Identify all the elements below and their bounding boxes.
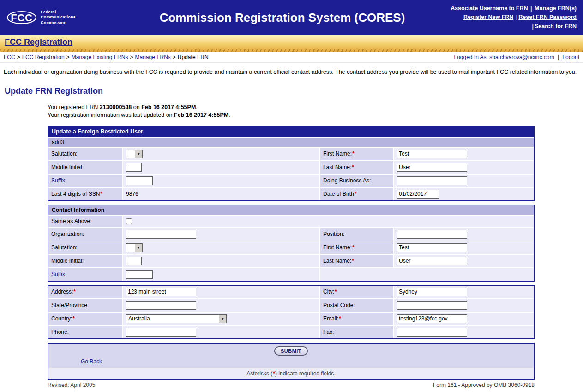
register-new-frn-link[interactable]: Register New FRN — [463, 14, 513, 20]
fcc-registration-link[interactable]: FCC Registration — [5, 37, 72, 47]
doing-business-as-input[interactable] — [397, 176, 467, 185]
country-select-value: Australia — [126, 315, 219, 323]
page-title: Update FRN Registration — [5, 86, 579, 96]
breadcrumb-manage-frns[interactable]: Manage FRNs — [135, 54, 170, 60]
phone-input[interactable] — [126, 328, 196, 337]
fax-input[interactable] — [397, 328, 467, 337]
organization-input[interactable] — [126, 230, 196, 239]
suffix-link[interactable]: Suffix: — [51, 271, 66, 277]
first-name-input[interactable] — [397, 150, 467, 158]
breadcrumb: FCC>FCC Registration>Manage Existing FRN… — [4, 54, 209, 60]
address-input[interactable] — [126, 288, 196, 296]
form-row-phone-fax: Phone: Fax: — [48, 326, 534, 338]
required-asterisk: * — [352, 258, 354, 264]
last-name-label: Last Name:* — [320, 161, 393, 174]
breadcrumb-manage-existing-frns[interactable]: Manage Existing FRNs — [72, 54, 128, 60]
section-title: Update a Foreign Restricted User — [48, 127, 534, 137]
login-divider: | — [558, 54, 559, 60]
date-of-birth-label: Date of Birth* — [320, 188, 393, 200]
required-asterisk: * — [73, 289, 76, 295]
salutation-select-value — [126, 150, 135, 158]
banner-stripe-decoration — [0, 49, 583, 52]
salutation-select[interactable]: ▼ — [126, 150, 143, 158]
registered-prefix: You registered FRN — [48, 104, 100, 110]
required-asterisk: * — [352, 164, 354, 170]
required-asterisk: * — [339, 315, 341, 322]
header-nav-line3: |Search for FRN — [431, 22, 577, 31]
header-nav: Associate Username to FRN | Manage FRN(s… — [431, 4, 577, 31]
submit-button[interactable]: SUBMIT — [274, 346, 308, 356]
last-name-label: Last Name:* — [320, 255, 393, 267]
contact-first-name-input[interactable] — [397, 243, 467, 252]
reset-frn-password-link[interactable]: Reset FRN Password — [518, 14, 577, 20]
contact-salutation-select[interactable]: ▼ — [126, 243, 143, 252]
section-gap — [48, 339, 535, 343]
chevron-down-icon: ▼ — [219, 315, 226, 323]
suffix-link[interactable]: Suffix: — [51, 177, 66, 184]
period: . — [228, 112, 230, 118]
position-input[interactable] — [397, 230, 467, 239]
go-back-link[interactable]: Go Back — [81, 358, 102, 365]
required-asterisk: * — [335, 289, 337, 295]
section-subtitle: add3 — [48, 138, 534, 147]
chevron-down-icon: ▼ — [135, 244, 142, 252]
update-frn-form: Update a Foreign Restricted User add3 Sa… — [48, 126, 535, 380]
chevron-down-icon: ▼ — [135, 150, 142, 158]
breadcrumb-fcc-registration[interactable]: FCC Registration — [22, 54, 65, 60]
middle-initial-input[interactable] — [126, 163, 142, 172]
logout-link[interactable]: Logout — [562, 54, 579, 60]
required-fields-note: Asterisks (*) indicate required fields. — [48, 368, 534, 379]
salutation-label: Salutation: — [48, 241, 122, 254]
form-row-suffix2: Suffix: — [48, 268, 534, 281]
required-asterisk: * — [355, 191, 357, 197]
city-label: City:* — [320, 286, 393, 298]
email-label: Email:* — [320, 313, 393, 325]
frn-number: 2130000538 — [100, 104, 132, 110]
last-name-input[interactable] — [397, 163, 467, 172]
intro-text: Each individual or organization doing bu… — [4, 68, 579, 76]
foreign-restricted-user-section: Update a Foreign Restricted User add3 Sa… — [48, 126, 535, 201]
contact-last-name-input[interactable] — [397, 257, 467, 265]
page-footer: Revised: April 2005 Form 161 - Approved … — [48, 382, 535, 388]
registration-line2: Your registration information was last u… — [48, 111, 583, 119]
updated-date: Feb 16 2017 4:55PM — [174, 112, 228, 118]
form-row-middle-initial1: Middle Initial: Last Name:* — [48, 161, 534, 174]
contact-suffix-input[interactable] — [126, 270, 153, 279]
manage-frns-link[interactable]: Manage FRN(s) — [535, 5, 577, 12]
suffix-label: Suffix: — [48, 175, 122, 187]
email-input[interactable] — [397, 314, 467, 323]
postal-code-input[interactable] — [397, 301, 467, 310]
same-as-above-checkbox[interactable] — [126, 218, 132, 224]
date-of-birth-input[interactable] — [397, 190, 439, 199]
city-input[interactable] — [397, 288, 467, 296]
required-asterisk: * — [72, 315, 75, 322]
app-header: FCC Federal Communications Commission Co… — [0, 0, 583, 35]
breadcrumb-separator: > — [66, 54, 70, 60]
app-title: Commission Registration System (CORES) — [133, 11, 431, 25]
logged-in-user-email: sbatchvarova@nciinc.com — [489, 54, 554, 60]
form-approval-text: Form 161 - Approved by OMB 3060-0918 — [433, 382, 535, 388]
breadcrumb-fcc[interactable]: FCC — [4, 54, 15, 60]
associate-username-link[interactable]: Associate Username to FRN — [451, 5, 528, 12]
required-asterisk: * — [352, 151, 355, 157]
form-row-organization: Organization: Position: — [48, 228, 534, 241]
header-nav-line2: Register New FRN |Reset FRN Password — [431, 13, 577, 22]
suffix-input[interactable] — [126, 176, 153, 185]
nav-separator: | — [532, 23, 534, 30]
doing-business-as-label: Doing Business As: — [320, 175, 393, 187]
section-gap — [48, 282, 535, 285]
search-for-frn-link[interactable]: Search for FRN — [535, 23, 577, 30]
contact-information-header: Contact Information — [48, 205, 534, 215]
submit-row: SUBMIT Go Back — [48, 344, 534, 368]
country-label: Country:* — [48, 313, 122, 325]
salutation-label: Salutation: — [48, 148, 122, 160]
postal-code-label: Postal Code: — [320, 299, 393, 312]
breadcrumb-update-frn: Update FRN — [178, 54, 209, 60]
section-gap — [48, 201, 535, 205]
suffix-label: Suffix: — [48, 268, 122, 281]
contact-middle-initial-input[interactable] — [126, 257, 142, 265]
logo-caption-line3: Commission — [41, 20, 76, 25]
state-province-input[interactable] — [126, 301, 196, 310]
country-select[interactable]: Australia ▼ — [126, 314, 227, 323]
submit-section: SUBMIT Go Back Asterisks (*) indicate re… — [48, 343, 535, 380]
